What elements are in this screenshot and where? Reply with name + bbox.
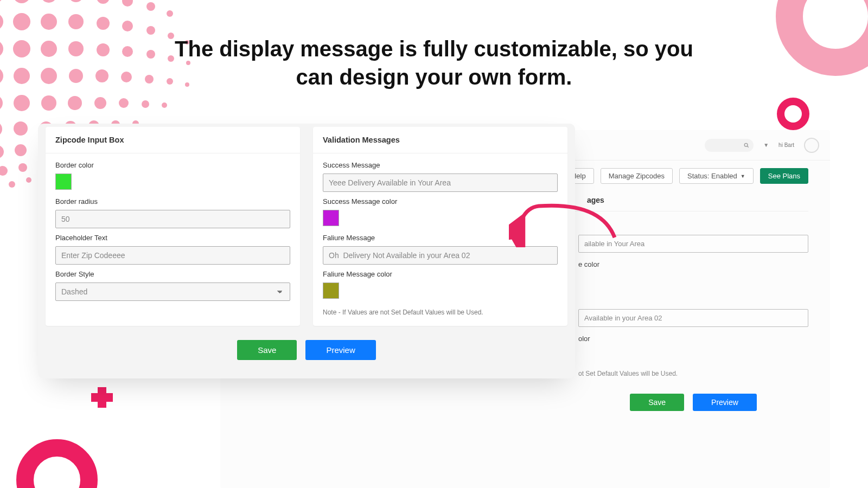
decorative-ring-large (776, 0, 868, 76)
border-color-label: Border color (55, 161, 290, 169)
svg-point-11 (41, 0, 57, 3)
bg-preview-button[interactable]: Preview (693, 394, 757, 411)
svg-point-42 (95, 69, 108, 82)
bg-dropdown-caret[interactable]: ▼ (763, 142, 769, 148)
success-color-swatch[interactable] (323, 210, 339, 226)
bg-status-button[interactable]: Status: Enabled▼ (679, 168, 754, 184)
svg-point-23 (122, 21, 133, 31)
svg-point-44 (145, 75, 154, 84)
svg-point-38 (0, 67, 3, 85)
svg-point-16 (167, 10, 173, 17)
bg-see-plans-button[interactable]: See Plans (760, 168, 808, 184)
bg-failure-color-label: olor (578, 335, 808, 343)
decorative-ring-small (777, 98, 809, 130)
svg-point-15 (146, 2, 155, 11)
svg-point-10 (13, 0, 30, 3)
svg-point-14 (122, 0, 133, 7)
svg-point-33 (122, 46, 133, 57)
svg-point-65 (0, 145, 4, 158)
bg-greeting: hi Bart (778, 142, 794, 148)
border-radius-input[interactable] (55, 210, 290, 228)
svg-point-31 (68, 41, 84, 56)
bg-manage-zipcodes-button[interactable]: Manage Zipcodes (601, 168, 673, 184)
svg-point-18 (0, 13, 3, 30)
failure-message-label: Faliure Message (323, 234, 558, 242)
svg-point-32 (97, 43, 110, 56)
bg-failure-input[interactable] (578, 309, 808, 327)
bg-success-input[interactable] (578, 235, 808, 253)
zipcode-input-panel: Zipcode Input Box Border color Border ra… (46, 127, 300, 326)
svg-point-48 (0, 95, 3, 111)
svg-point-50 (41, 95, 56, 111)
decorative-ring-bottom (16, 439, 98, 488)
bg-note: ot Set Default Values will be Used. (578, 370, 808, 377)
svg-point-40 (41, 68, 57, 84)
svg-point-21 (68, 14, 84, 29)
svg-point-51 (68, 96, 82, 110)
placeholder-text-input[interactable] (55, 246, 290, 265)
bg-save-button[interactable]: Save (630, 394, 684, 411)
svg-point-20 (41, 14, 57, 30)
decorative-cross (91, 387, 113, 408)
svg-point-66 (15, 144, 27, 156)
bg-avatar[interactable] (804, 138, 819, 153)
svg-point-19 (13, 13, 30, 30)
border-style-select[interactable]: Dashed (55, 282, 290, 301)
svg-point-54 (142, 100, 149, 108)
border-color-swatch[interactable] (55, 174, 72, 190)
svg-point-29 (13, 40, 30, 57)
svg-point-24 (146, 26, 155, 35)
placeholder-text-label: Placeholder Text (55, 234, 290, 242)
svg-point-13 (97, 0, 110, 4)
svg-point-57 (0, 121, 2, 137)
validation-panel-title: Validation Messages (313, 127, 567, 153)
failure-message-input[interactable] (323, 246, 558, 265)
svg-point-41 (69, 69, 83, 83)
svg-point-73 (18, 163, 27, 172)
success-message-label: Success Message (323, 161, 558, 169)
svg-point-49 (14, 95, 30, 111)
svg-point-12 (68, 0, 84, 2)
failure-color-swatch[interactable] (323, 282, 339, 299)
bg-success-color-label: e color (578, 260, 808, 268)
svg-point-30 (41, 41, 57, 57)
svg-point-58 (14, 121, 28, 136)
validation-messages-panel: Validation Messages Success Message Succ… (313, 127, 567, 326)
svg-point-77 (9, 181, 15, 188)
svg-point-78 (26, 177, 31, 183)
bg-search[interactable] (705, 139, 754, 152)
border-style-label: Border Style (55, 270, 290, 278)
svg-point-52 (94, 97, 106, 109)
success-message-input[interactable] (323, 174, 558, 192)
settings-card: Zipcode Input Box Border color Border ra… (38, 124, 575, 378)
border-radius-label: Border radius (55, 197, 290, 206)
preview-button[interactable]: Preview (305, 340, 375, 360)
chevron-down-icon: ▼ (741, 174, 745, 179)
headline: The display message is fully customizabl… (163, 35, 705, 91)
success-color-label: Success Message color (323, 197, 558, 206)
zipcode-panel-title: Zipcode Input Box (46, 127, 300, 153)
validation-note: Note - If Values are not Set Default Val… (323, 309, 558, 316)
svg-point-53 (119, 98, 129, 108)
svg-point-55 (162, 102, 167, 108)
svg-point-72 (0, 166, 8, 176)
svg-point-34 (146, 50, 155, 59)
svg-point-81 (744, 143, 748, 146)
svg-point-39 (14, 68, 30, 84)
svg-point-9 (0, 0, 3, 3)
save-button[interactable]: Save (237, 340, 297, 360)
svg-point-22 (97, 17, 110, 30)
svg-point-28 (0, 40, 3, 57)
svg-point-43 (121, 72, 132, 82)
failure-color-label: Faliure Message color (323, 270, 558, 278)
